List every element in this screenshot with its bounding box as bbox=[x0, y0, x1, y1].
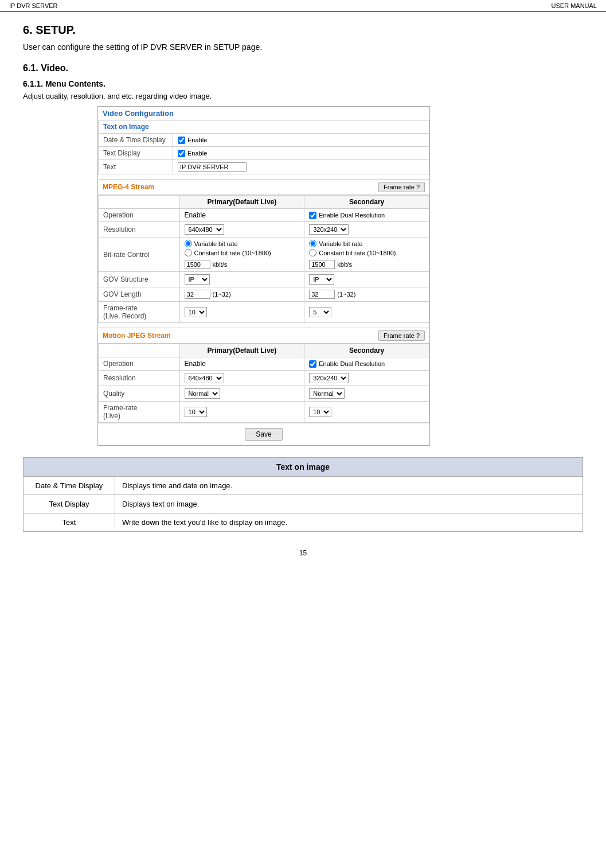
mjpeg-operation-primary: Enable bbox=[179, 357, 304, 371]
mpeg4-constant-secondary-radio[interactable] bbox=[309, 249, 316, 256]
mpeg4-title: MPEG-4 Stream bbox=[103, 183, 154, 191]
mpeg4-resolution-secondary-select[interactable]: 320x240 640x480 bbox=[309, 224, 349, 235]
mjpeg-title: Motion JPEG Stream bbox=[103, 332, 171, 340]
info-textdisplay-desc: Displays text on image. bbox=[115, 495, 583, 513]
mjpeg-resolution-primary-select[interactable]: 640x480 320x240 bbox=[185, 373, 224, 383]
mjpeg-section: Motion JPEG Stream Frame rate ? Primary(… bbox=[98, 328, 429, 423]
mjpeg-resolution-label: Resolution bbox=[99, 371, 180, 386]
mjpeg-framerate-primary: 10 5 15 bbox=[179, 402, 304, 423]
info-table-header-cell: Text on image bbox=[24, 458, 583, 477]
mjpeg-quality-primary: Normal High Low bbox=[179, 386, 304, 402]
mpeg4-gov-structure-primary: IP IBP bbox=[179, 272, 304, 287]
mpeg4-framerate-secondary-select[interactable]: 5 10 15 bbox=[309, 307, 331, 317]
info-text-desc: Write down the text you’d like to displa… bbox=[115, 513, 583, 532]
section61-title: 6.1. Video. bbox=[23, 63, 583, 73]
mpeg4-secondary-header: Secondary bbox=[304, 196, 429, 209]
mpeg4-gov-length-row: GOV Length (1~32) (1~32) bbox=[99, 287, 429, 302]
mpeg4-resolution-row: Resolution 640x480 320x240 320x240 640x4… bbox=[99, 222, 429, 238]
mpeg4-primary-header: Primary(Default Live) bbox=[179, 196, 304, 209]
mjpeg-framerate-btn[interactable]: Frame rate ? bbox=[378, 330, 425, 341]
save-button[interactable]: Save bbox=[245, 428, 282, 441]
mpeg4-gov-length-primary-range: (1~32) bbox=[213, 291, 231, 298]
mpeg4-resolution-primary: 640x480 320x240 bbox=[179, 222, 304, 238]
mjpeg-framerate-secondary-select[interactable]: 10 5 15 bbox=[309, 407, 331, 417]
mpeg4-variable-secondary-radio[interactable] bbox=[309, 240, 316, 247]
text-input[interactable] bbox=[178, 162, 247, 172]
text-display-checkbox[interactable] bbox=[178, 150, 185, 157]
page-number: 15 bbox=[23, 543, 583, 563]
video-config-title: Video Configuration bbox=[98, 107, 429, 120]
date-time-label: Date & Time Display bbox=[99, 134, 173, 147]
text-label: Text bbox=[99, 160, 173, 174]
date-time-row: Date & Time Display Enable bbox=[99, 134, 429, 147]
mjpeg-quality-primary-select[interactable]: Normal High Low bbox=[185, 388, 220, 399]
mpeg4-framerate-secondary: 5 10 15 bbox=[304, 302, 429, 323]
info-row-text: Text Write down the text you’d like to d… bbox=[24, 513, 583, 532]
mpeg4-operation-row: Operation Enable Enable Dual Resolution bbox=[99, 209, 429, 222]
mjpeg-resolution-secondary-select[interactable]: 320x240 640x480 bbox=[309, 373, 349, 383]
mpeg4-gov-length-label: GOV Length bbox=[99, 287, 180, 302]
mpeg4-resolution-secondary: 320x240 640x480 bbox=[304, 222, 429, 238]
mjpeg-framerate-secondary: 10 5 15 bbox=[304, 402, 429, 423]
mpeg4-constant-secondary-label: Constant bit rate (10~1800) bbox=[319, 250, 396, 256]
page-header: IP DVR SERVER USER MANUAL bbox=[0, 0, 606, 12]
mpeg4-framerate-row: Frame-rate(Live, Record) 10 5 15 20 25 3… bbox=[99, 302, 429, 323]
mjpeg-col-headers: Primary(Default Live) Secondary bbox=[99, 344, 429, 357]
text-value bbox=[173, 160, 429, 174]
mpeg4-gov-structure-label: GOV Structure bbox=[99, 272, 180, 287]
section6-desc: User can configure the setting of IP DVR… bbox=[23, 42, 583, 52]
mpeg4-resolution-primary-select[interactable]: 640x480 320x240 bbox=[185, 224, 224, 235]
mpeg4-constant-primary-radio[interactable] bbox=[185, 249, 192, 256]
text-display-label: Text Display bbox=[99, 147, 173, 160]
mpeg4-gov-length-secondary: (1~32) bbox=[304, 287, 429, 302]
mjpeg-framerate-primary-select[interactable]: 10 5 15 bbox=[185, 407, 207, 417]
mjpeg-framerate-label: Frame-rate(Live) bbox=[99, 402, 180, 423]
mpeg4-section: MPEG-4 Stream Frame rate ? Primary(Defau… bbox=[98, 179, 429, 323]
mjpeg-operation-secondary: Enable Dual Resolution bbox=[304, 357, 429, 371]
mjpeg-table: Primary(Default Live) Secondary Operatio… bbox=[98, 344, 429, 423]
mpeg4-dual-resolution-checkbox[interactable] bbox=[309, 212, 316, 219]
mjpeg-dual-resolution-checkbox[interactable] bbox=[309, 360, 316, 368]
mpeg4-framerate-primary-select[interactable]: 10 5 15 20 25 30 bbox=[185, 307, 207, 317]
text-on-image-table: Text on Image Date & Time Display Enable… bbox=[98, 120, 429, 174]
section611-desc: Adjust quality, resolution, and etc. reg… bbox=[23, 92, 583, 100]
mpeg4-framerate-primary: 10 5 15 20 25 30 bbox=[179, 302, 304, 323]
mpeg4-bitrate-secondary: Variable bit rate Constant bit rate (10~… bbox=[304, 238, 429, 272]
info-datetime-desc: Displays time and date on image. bbox=[115, 477, 583, 495]
mjpeg-quality-secondary-select[interactable]: Normal High Low bbox=[309, 388, 345, 399]
date-time-checkbox[interactable] bbox=[178, 137, 185, 144]
mpeg4-gov-structure-secondary-select[interactable]: IP IBP bbox=[309, 274, 334, 285]
mpeg4-operation-label: Operation bbox=[99, 209, 180, 222]
mpeg4-framerate-btn[interactable]: Frame rate ? bbox=[378, 182, 425, 192]
mpeg4-gov-length-secondary-input[interactable] bbox=[309, 290, 335, 299]
info-row-datetime: Date & Time Display Displays time and da… bbox=[24, 477, 583, 495]
mjpeg-resolution-row: Resolution 640x480 320x240 320x240 640x4… bbox=[99, 371, 429, 386]
mpeg4-variable-primary-radio[interactable] bbox=[185, 240, 192, 247]
header-right: USER MANUAL bbox=[552, 2, 597, 9]
save-row: Save bbox=[98, 423, 429, 445]
mpeg4-resolution-label: Resolution bbox=[99, 222, 180, 238]
mpeg4-framerate-label: Frame-rate(Live, Record) bbox=[99, 302, 180, 323]
mjpeg-operation-label: Operation bbox=[99, 357, 180, 371]
mpeg4-gov-length-primary-input[interactable] bbox=[185, 290, 210, 299]
text-display-text: Enable bbox=[187, 150, 207, 157]
mpeg4-operation-primary: Enable bbox=[179, 209, 304, 222]
info-textdisplay-label: Text Display bbox=[24, 495, 115, 513]
mjpeg-primary-header: Primary(Default Live) bbox=[179, 344, 304, 357]
mjpeg-quality-row: Quality Normal High Low Normal High Low bbox=[99, 386, 429, 402]
mpeg4-bitrate-primary-unit: kbit/s bbox=[213, 261, 228, 268]
video-config-panel: Video Configuration Text on Image Date &… bbox=[97, 106, 430, 446]
mpeg4-bitrate-primary-input[interactable] bbox=[185, 260, 210, 269]
mpeg4-gov-structure-primary-select[interactable]: IP IBP bbox=[185, 274, 210, 285]
mpeg4-table: Primary(Default Live) Secondary Operatio… bbox=[98, 195, 429, 323]
mjpeg-operation-row: Operation Enable Enable Dual Resolution bbox=[99, 357, 429, 371]
info-datetime-label: Date & Time Display bbox=[24, 477, 115, 495]
mjpeg-dual-resolution-label: Enable Dual Resolution bbox=[319, 360, 385, 367]
mpeg4-gov-structure-secondary: IP IBP bbox=[304, 272, 429, 287]
page-content: 6. SETUP. User can configure the setting… bbox=[0, 12, 606, 574]
mpeg4-bitrate-secondary-input[interactable] bbox=[309, 260, 335, 269]
mpeg4-variable-secondary-label: Variable bit rate bbox=[319, 240, 362, 247]
mpeg4-dual-resolution-label: Enable Dual Resolution bbox=[319, 212, 385, 219]
mpeg4-header-row: MPEG-4 Stream Frame rate ? bbox=[98, 179, 429, 195]
mpeg4-constant-primary-label: Constant bit rate (10~1800) bbox=[194, 250, 271, 256]
